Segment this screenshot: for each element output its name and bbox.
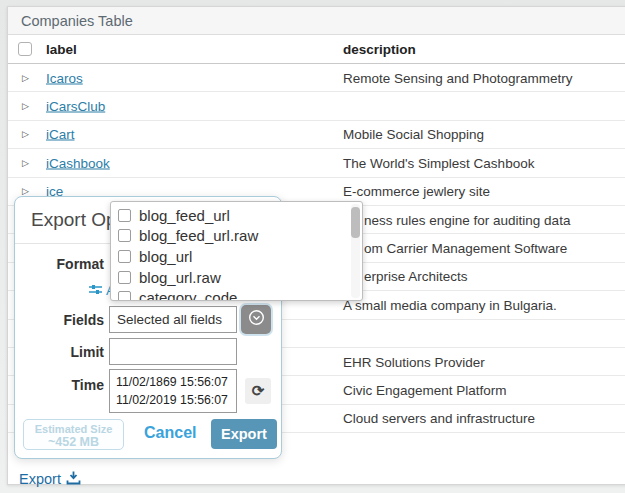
download-icon bbox=[66, 471, 81, 488]
time-label: Time bbox=[15, 377, 104, 393]
field-option-label: category_code bbox=[139, 289, 237, 301]
company-description: The World's Simplest Cashbook bbox=[343, 155, 534, 170]
time-to-value: 11/02/2019 15:56:07 bbox=[116, 391, 236, 409]
limit-input[interactable] bbox=[109, 338, 237, 365]
field-checkbox[interactable] bbox=[118, 291, 131, 301]
fields-dropdown: blog_feed_url blog_feed_url.raw blog_url… bbox=[110, 201, 363, 301]
estimated-size-value: ~452 MB bbox=[24, 436, 123, 449]
page: Companies Table label description ▷ Icar… bbox=[0, 0, 625, 493]
company-description: om Carrier Management Software bbox=[364, 241, 567, 256]
fields-dropdown-button[interactable] bbox=[241, 305, 271, 334]
field-checkbox[interactable] bbox=[118, 229, 131, 242]
time-range-input[interactable]: 11/02/1869 15:56:07 11/02/2019 15:56:07 bbox=[109, 369, 237, 413]
company-description: erprise Architects bbox=[364, 269, 468, 284]
field-option-label: blog_feed_url bbox=[139, 207, 230, 224]
field-option[interactable]: category_code bbox=[111, 287, 362, 301]
export-link-label: Export bbox=[19, 471, 61, 487]
company-label-link[interactable]: iCarsClub bbox=[46, 99, 105, 114]
export-button[interactable]: Export bbox=[211, 419, 277, 449]
row-expand-caret-icon[interactable]: ▷ bbox=[22, 101, 29, 111]
company-label-link[interactable]: iCashbook bbox=[46, 155, 110, 170]
row-expand-caret-icon[interactable]: ▷ bbox=[22, 73, 29, 83]
format-label: Format bbox=[15, 256, 104, 272]
chevron-down-circle-icon bbox=[248, 309, 265, 330]
row-expand-caret-icon[interactable]: ▷ bbox=[22, 186, 29, 196]
field-option[interactable]: blog_feed_url bbox=[111, 205, 362, 226]
cancel-button[interactable]: Cancel bbox=[144, 424, 196, 442]
column-header-description[interactable]: description bbox=[343, 42, 416, 57]
estimated-size-label: Estimated Size bbox=[24, 423, 123, 436]
field-option[interactable]: blog_url.raw bbox=[111, 267, 362, 288]
company-description: Mobile Social Shopping bbox=[343, 127, 484, 142]
company-description: EHR Solutions Provider bbox=[343, 354, 485, 369]
company-description: Cloud servers and infrastructure bbox=[343, 411, 535, 426]
field-option-label: blog_url bbox=[139, 248, 192, 265]
export-link[interactable]: Export bbox=[19, 470, 81, 488]
field-checkbox[interactable] bbox=[118, 271, 131, 284]
fields-dropdown-list: blog_feed_url blog_feed_url.raw blog_url… bbox=[111, 205, 362, 301]
table-row[interactable]: ▷ iCashbook The World's Simplest Cashboo… bbox=[8, 149, 625, 177]
field-option[interactable]: blog_feed_url.raw bbox=[111, 226, 362, 247]
panel-title: Companies Table bbox=[8, 7, 625, 35]
time-from-value: 11/02/1869 15:56:07 bbox=[116, 373, 236, 391]
estimated-size-button[interactable]: Estimated Size ~452 MB bbox=[23, 419, 124, 450]
refresh-button[interactable]: ⟳ bbox=[245, 378, 271, 404]
sliders-icon bbox=[89, 283, 102, 298]
fields-label: Fields bbox=[15, 312, 104, 328]
company-label-link[interactable]: Icaros bbox=[46, 70, 83, 85]
company-description: E-commerce jewlery site bbox=[343, 184, 490, 199]
fields-input[interactable] bbox=[109, 306, 237, 333]
company-description: ness rules engine for auditing data bbox=[364, 212, 570, 227]
company-description: Remote Sensing and Photogrammetry bbox=[343, 70, 573, 85]
table-header-row: label description bbox=[8, 35, 625, 64]
column-header-label[interactable]: label bbox=[46, 42, 77, 57]
field-option[interactable]: blog_url bbox=[111, 246, 362, 267]
row-expand-caret-icon[interactable]: ▷ bbox=[22, 129, 29, 139]
field-checkbox[interactable] bbox=[118, 250, 131, 263]
table-row[interactable]: ▷ Icaros Remote Sensing and Photogrammet… bbox=[8, 64, 625, 92]
refresh-icon: ⟳ bbox=[252, 382, 265, 400]
company-description: Civic Engagement Platform bbox=[343, 382, 507, 397]
field-option-label: blog_feed_url.raw bbox=[139, 227, 258, 244]
field-option-label: blog_url.raw bbox=[139, 269, 221, 286]
company-description: A small media company in Bulgaria. bbox=[343, 297, 557, 312]
table-row[interactable]: ▷ iCart Mobile Social Shopping bbox=[8, 121, 625, 149]
field-checkbox[interactable] bbox=[118, 209, 131, 222]
limit-label: Limit bbox=[15, 344, 104, 360]
table-row[interactable]: ▷ iCarsClub bbox=[8, 92, 625, 120]
dropdown-scrollbar bbox=[351, 204, 360, 298]
company-label-link[interactable]: iCart bbox=[46, 127, 75, 142]
dropdown-scrollbar-thumb[interactable] bbox=[351, 207, 360, 238]
row-expand-caret-icon[interactable]: ▷ bbox=[22, 158, 29, 168]
select-all-checkbox[interactable] bbox=[18, 42, 32, 56]
